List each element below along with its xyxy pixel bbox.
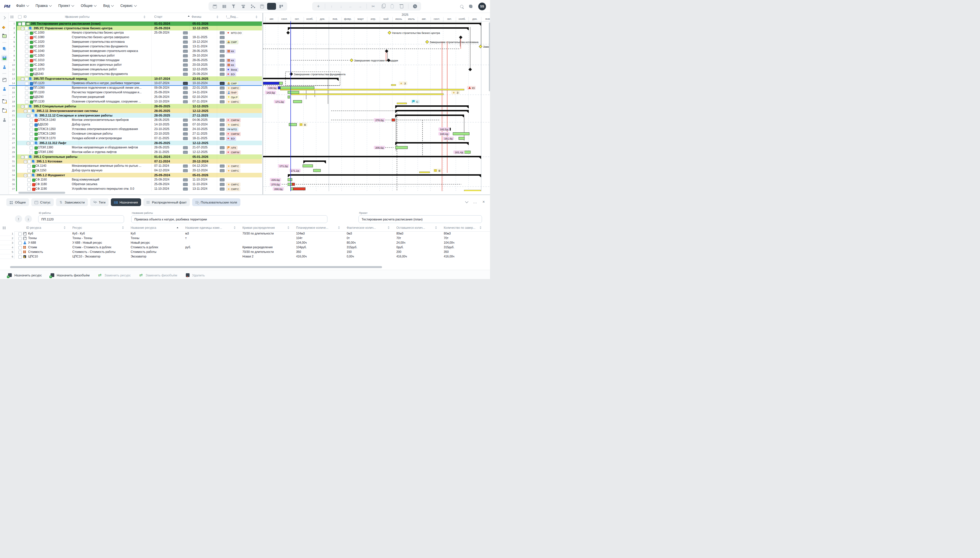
table-row-task[interactable]: 29СПЭЛ.1390Монтаж кабин и отделка лифтов…: [8, 150, 262, 154]
menu-Сервис[interactable]: Сервис: [117, 2, 139, 10]
finish-date-picker-button[interactable]: …: [220, 128, 225, 131]
menu-Проект[interactable]: Проект: [56, 2, 77, 10]
structure-button[interactable]: [239, 3, 248, 10]
resource-column-header[interactable]: ID ресурса: [26, 226, 66, 229]
action-Назначить ресурс[interactable]: Назначить ресурс: [8, 273, 42, 277]
finish-date-picker-button[interactable]: …: [220, 91, 225, 94]
finish-date-picker-button[interactable]: …: [220, 59, 225, 62]
filter-button[interactable]: [229, 3, 238, 10]
gantt-canvas[interactable]: Начало строительства бизнес-центраЗаверш…: [263, 21, 490, 192]
table-row-task[interactable]: 28СПЭЛ.1380Монтаж направляющих и оборудо…: [8, 145, 262, 150]
row-checkbox[interactable]: [27, 178, 31, 182]
table-row-task[interactable]: 15ПП.1090Временное подключение к воздушн…: [8, 85, 262, 90]
arrow-up-button[interactable]: [327, 3, 336, 10]
collapse-box[interactable]: –: [21, 105, 24, 108]
resource-column-header[interactable]: Название единицы изме...: [185, 226, 235, 229]
finish-date-picker-button[interactable]: …: [220, 95, 225, 99]
row-checkbox[interactable]: [25, 91, 28, 94]
start-date-picker-button[interactable]: …: [183, 164, 188, 167]
start-date-picker-button[interactable]: …: [183, 178, 188, 181]
sidebar-item-person[interactable]: [1, 86, 7, 92]
column-header-id[interactable]: ID: [23, 15, 27, 18]
finish-date-picker-button[interactable]: …: [220, 123, 225, 126]
finish-date-picker-button[interactable]: …: [220, 178, 225, 181]
table-row-group[interactable]: 34–395.1.2 Фундамент25-09-202405-01-2026: [8, 173, 262, 177]
table-row-task[interactable]: 26СПЭСЭ.1370Укладка кабелей и электропро…: [8, 136, 262, 141]
table-row-task[interactable]: 22СПЭСЭ.1340Монтаж электроосветительных …: [8, 118, 262, 122]
collapse-box[interactable]: –: [21, 77, 24, 80]
table-row-task[interactable]: 10УС.1060Завершение всех отделочных рабо…: [8, 62, 262, 67]
collapse-box[interactable]: –: [21, 27, 24, 30]
finish-date-picker-button[interactable]: …: [220, 187, 225, 190]
start-date-picker-button[interactable]: …: [183, 50, 188, 53]
row-checkbox[interactable]: [25, 77, 28, 80]
resource-row[interactable]: 5СтоимостьСтоимость - Стоимость работыСт…: [0, 250, 490, 254]
start-date-picker-button[interactable]: …: [183, 72, 188, 76]
sidebar-item-folder-yellow-2[interactable]: [1, 108, 7, 114]
sidebar-item-disk[interactable]: [1, 55, 7, 61]
finish-date-picker-button[interactable]: …: [220, 151, 225, 154]
columns-menu-icon[interactable]: [3, 226, 5, 229]
sidebar-item-cube-3d[interactable]: [1, 77, 7, 83]
resource-row[interactable]: 6ЦПС10ЦПС10 - ЭкскаваторЭкскаваторНовая …: [0, 254, 490, 259]
table-row-group[interactable]: 20–395.2.11 Электромеханические системы2…: [8, 108, 262, 113]
table-row-task[interactable]: 9УС.1010Завершение подготовки площадки…2…: [8, 58, 262, 62]
finish-date-picker-button[interactable]: …: [220, 64, 225, 67]
table-row-group[interactable]: 21–395.2.11.12 Слесарные и электрические…: [8, 113, 262, 118]
collapse-box[interactable]: –: [24, 160, 27, 163]
sidebar-item-chevron-right[interactable]: [1, 15, 7, 21]
table-row-task[interactable]: 32СК.1140Механизированные земляные работ…: [8, 164, 262, 168]
next-row-button[interactable]: ↓: [25, 215, 32, 222]
column-header-finish[interactable]: Финиш: [192, 15, 201, 18]
row-checkbox[interactable]: [25, 95, 28, 99]
table-row-task[interactable]: 12БД5340Завершение строительства фундаме…: [8, 72, 262, 76]
finish-date-picker-button[interactable]: …: [220, 54, 225, 57]
row-checkbox[interactable]: [28, 109, 31, 113]
action-Удалить[interactable]: Удалить: [186, 273, 205, 277]
column-header-kind[interactable]: !__Вид...: [226, 15, 238, 18]
table-row-task[interactable]: 36СФ.1180Обратная засыпка25-09-2024…11-1…: [8, 182, 262, 187]
row-checkbox[interactable]: [25, 68, 28, 71]
row-checkbox[interactable]: [22, 22, 25, 26]
hierarchy-button[interactable]: [248, 3, 257, 10]
paste-button[interactable]: [388, 3, 397, 10]
table-row-task[interactable]: 6УС.1030Завершение строительства фундаме…: [8, 44, 262, 49]
start-date-picker-button[interactable]: …: [183, 187, 188, 190]
project-input[interactable]: [358, 215, 482, 223]
resource-column-header[interactable]: Количество по завер...: [444, 226, 482, 229]
finish-date-picker-button[interactable]: …: [220, 118, 225, 122]
start-date-picker-button[interactable]: …: [183, 59, 188, 62]
start-date-picker-button[interactable]: …: [183, 86, 188, 90]
table-row-task[interactable]: 5УС.1020Завершение строительства котлова…: [8, 39, 262, 44]
finish-date-picker-button[interactable]: …: [220, 86, 225, 90]
table-row-group[interactable]: 19–395.2 Специальные работы28-05-202512-…: [8, 104, 262, 108]
start-date-picker-button[interactable]: …: [183, 36, 188, 39]
finish-date-picker-button[interactable]: …: [220, 45, 225, 48]
columns-button[interactable]: [220, 3, 229, 10]
doc-search-button[interactable]: [267, 3, 276, 10]
gear-icon[interactable]: [469, 5, 472, 8]
work-name-input[interactable]: [131, 215, 327, 223]
table-row-group[interactable]: 30–395.1 Строительные работы01-01-202405…: [8, 154, 262, 159]
resource-row[interactable]: 1КубКуб - КубКубм370/30 по длительности1…: [0, 231, 490, 236]
collapse-box[interactable]: –: [27, 114, 30, 117]
resource-column-header[interactable]: Название ресурса: [131, 226, 178, 229]
table-row-task[interactable]: 18ПП.1130Освоение строительной площадки,…: [8, 99, 262, 104]
start-date-picker-button[interactable]: …: [183, 132, 188, 136]
prev-row-button[interactable]: ↑: [15, 215, 22, 222]
row-checkbox[interactable]: [25, 36, 28, 39]
table-row-task[interactable]: 35СФ.1160Ввод коммуникаций25-09-2024…11-…: [8, 177, 262, 182]
row-checkbox[interactable]: [30, 141, 34, 145]
table-row-task[interactable]: 4УС.1080Строительство бизнес-центра заве…: [8, 35, 262, 39]
finish-date-picker-button[interactable]: …: [220, 132, 225, 136]
row-checkbox[interactable]: [18, 255, 22, 259]
start-date-picker-button[interactable]: …: [183, 64, 188, 67]
row-checkbox[interactable]: [30, 151, 33, 154]
collapse-box[interactable]: –: [27, 142, 30, 145]
row-checkbox[interactable]: [30, 118, 33, 122]
cut-button[interactable]: [369, 3, 378, 10]
tab-Теги[interactable]: Теги: [90, 199, 109, 206]
table-row-task[interactable]: 25СПЭСЭ.1360Основные слесарные работы23-…: [8, 131, 262, 136]
column-header-name[interactable]: Название работы: [65, 15, 90, 18]
finish-date-picker-button[interactable]: …: [220, 146, 225, 149]
